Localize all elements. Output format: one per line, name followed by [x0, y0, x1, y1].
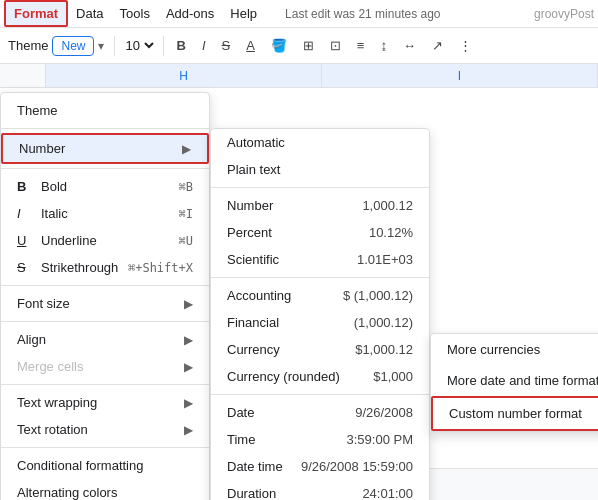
fill-color-button[interactable]: 🪣	[265, 34, 293, 57]
underline-label: Underline	[41, 233, 179, 248]
num-duration-value: 24:01:00	[362, 486, 413, 500]
merge-arrow-icon: ▶	[184, 360, 193, 374]
menu-help[interactable]: Help	[222, 2, 265, 25]
menu-addons[interactable]: Add-ons	[158, 2, 222, 25]
theme-label: Theme	[8, 38, 48, 53]
custom-number-label: Custom number format	[449, 406, 582, 421]
menu-format[interactable]: Format	[4, 0, 68, 27]
merge-button[interactable]: ⊡	[324, 34, 347, 57]
bold-button[interactable]: B	[170, 34, 191, 57]
italic-label: Italic	[41, 206, 179, 221]
align-button[interactable]: ≡	[351, 34, 371, 57]
format-menu-alternating[interactable]: Alternating colors	[1, 479, 209, 500]
num-plaintext[interactable]: Plain text	[211, 156, 429, 183]
format-menu-bold[interactable]: B Bold ⌘B	[1, 173, 209, 200]
num-percent-value: 10.12%	[369, 225, 413, 240]
menu-data[interactable]: Data	[68, 2, 111, 25]
format-menu-textwrap[interactable]: Text wrapping ▶	[1, 389, 209, 416]
last-edit-label: Last edit was 21 minutes ago	[285, 7, 440, 21]
num-number-label: Number	[227, 198, 273, 213]
valign-button[interactable]: ↨	[374, 34, 393, 57]
underline-icon: U	[17, 233, 37, 248]
num-currency-value: $1,000.12	[355, 342, 413, 357]
format-theme-label: Theme	[17, 103, 193, 118]
strikethrough-shortcut: ⌘+Shift+X	[128, 261, 193, 275]
theme-section: Theme New ▾	[4, 36, 108, 56]
more-currencies-label: More currencies	[447, 342, 540, 357]
num-accounting[interactable]: Accounting $ (1,000.12)	[211, 282, 429, 309]
format-menu-merge[interactable]: Merge cells ▶	[1, 353, 209, 380]
format-menu-conditional[interactable]: Conditional formatting	[1, 452, 209, 479]
menu-tools[interactable]: Tools	[112, 2, 158, 25]
theme-dropdown-icon[interactable]: ▾	[98, 39, 104, 53]
num-financial-value: (1,000.12)	[354, 315, 413, 330]
italic-shortcut: ⌘I	[179, 207, 193, 221]
col-header-h: H	[46, 64, 322, 87]
num-percent-label: Percent	[227, 225, 272, 240]
format-menu-section-number: Number ▶	[1, 129, 209, 169]
num-automatic-label: Automatic	[227, 135, 285, 150]
num-accounting-value: $ (1,000.12)	[343, 288, 413, 303]
num-scientific-label: Scientific	[227, 252, 279, 267]
mf-custom-number[interactable]: Custom number format	[431, 396, 598, 431]
format-number-label: Number	[19, 141, 182, 156]
num-automatic[interactable]: Automatic	[211, 129, 429, 156]
brand-label: groovyPost	[534, 7, 594, 21]
borders-button[interactable]: ⊞	[297, 34, 320, 57]
num-number[interactable]: Number 1,000.12	[211, 192, 429, 219]
wrap-button[interactable]: ↔	[397, 34, 422, 57]
num-scientific[interactable]: Scientific 1.01E+03	[211, 246, 429, 273]
format-menu[interactable]: Theme Number ▶ B Bold ⌘B I Italic	[0, 92, 210, 500]
font-size-select[interactable]: 10	[121, 37, 157, 54]
rotate-button[interactable]: ↗	[426, 34, 449, 57]
more-formats-menu[interactable]: More currencies More date and time forma…	[430, 333, 598, 432]
italic-button[interactable]: I	[196, 34, 212, 57]
bold-label: Bold	[41, 179, 179, 194]
format-menu-align[interactable]: Align ▶	[1, 326, 209, 353]
num-div-1	[211, 187, 429, 188]
num-currency[interactable]: Currency $1,000.12	[211, 336, 429, 363]
num-time-value: 3:59:00 PM	[347, 432, 414, 447]
theme-new-button[interactable]: New	[52, 36, 94, 56]
num-scientific-value: 1.01E+03	[357, 252, 413, 267]
underline-shortcut: ⌘U	[179, 234, 193, 248]
format-menu-section-theme: Theme	[1, 93, 209, 129]
format-menu-number[interactable]: Number ▶	[1, 133, 209, 164]
num-datetime-label: Date time	[227, 459, 283, 474]
format-menu-textrotate[interactable]: Text rotation ▶	[1, 416, 209, 443]
format-menu-strikethrough[interactable]: S Strikethrough ⌘+Shift+X	[1, 254, 209, 281]
toolbar-separator-2	[163, 36, 164, 56]
strikethrough-button[interactable]: S	[216, 34, 237, 57]
num-div-3	[211, 394, 429, 395]
num-duration[interactable]: Duration 24:01:00	[211, 480, 429, 500]
num-date-label: Date	[227, 405, 254, 420]
num-number-value: 1,000.12	[362, 198, 413, 213]
num-time[interactable]: Time 3:59:00 PM	[211, 426, 429, 453]
num-datetime[interactable]: Date time 9/26/2008 15:59:00	[211, 453, 429, 480]
num-date[interactable]: Date 9/26/2008	[211, 399, 429, 426]
italic-icon: I	[17, 206, 37, 221]
num-percent[interactable]: Percent 10.12%	[211, 219, 429, 246]
number-submenu[interactable]: Automatic Plain text Number 1,000.12 Per…	[210, 128, 430, 500]
toolbar: Theme New ▾ 10 B I S A 🪣 ⊞ ⊡ ≡ ↨ ↔ ↗ ⋮	[0, 28, 598, 64]
format-menu-section-wrap: Text wrapping ▶ Text rotation ▶	[1, 385, 209, 448]
num-currency-rounded-label: Currency (rounded)	[227, 369, 340, 384]
number-arrow-icon: ▶	[182, 142, 191, 156]
mf-more-datetime[interactable]: More date and time formats	[431, 365, 598, 396]
format-menu-section-fontsize: Font size ▶	[1, 286, 209, 322]
more-button[interactable]: ⋮	[453, 34, 478, 57]
format-menu-underline[interactable]: U Underline ⌘U	[1, 227, 209, 254]
format-menu-italic[interactable]: I Italic ⌘I	[1, 200, 209, 227]
textrotate-label: Text rotation	[17, 422, 184, 437]
num-duration-label: Duration	[227, 486, 276, 500]
format-menu-fontsize[interactable]: Font size ▶	[1, 290, 209, 317]
num-currency-rounded[interactable]: Currency (rounded) $1,000	[211, 363, 429, 390]
num-financial[interactable]: Financial (1,000.12)	[211, 309, 429, 336]
mf-more-currencies[interactable]: More currencies	[431, 334, 598, 365]
toolbar-separator-1	[114, 36, 115, 56]
format-menu-theme[interactable]: Theme	[1, 97, 209, 124]
format-menu-section-conditional: Conditional formatting Alternating color…	[1, 448, 209, 500]
font-color-button[interactable]: A	[240, 34, 261, 57]
col-header-i: I	[322, 64, 598, 87]
num-currency-label: Currency	[227, 342, 280, 357]
